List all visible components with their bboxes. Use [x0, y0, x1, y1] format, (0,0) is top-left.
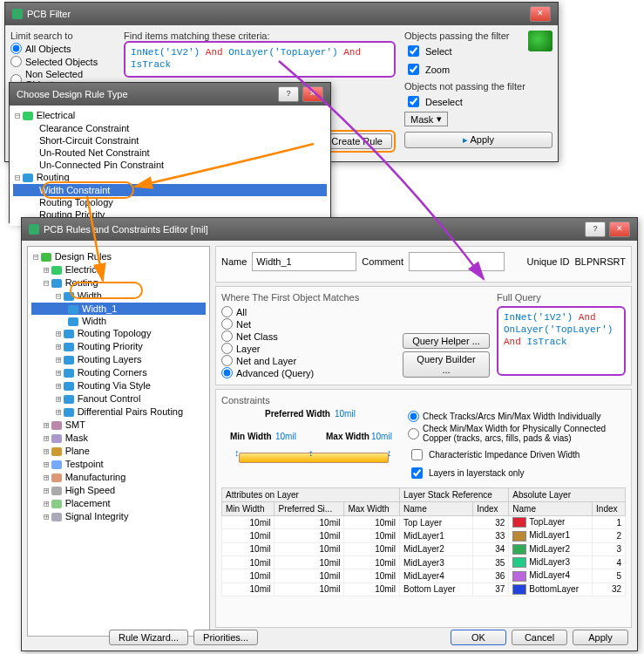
comment-label: Comment [362, 256, 403, 267]
tree-mask[interactable]: Mask [65, 433, 88, 443]
zoom-checkbox[interactable] [408, 64, 419, 75]
cancel-button[interactable]: Cancel [512, 630, 567, 645]
deselect-chk-label: Deselect [425, 97, 463, 107]
rules-tree[interactable]: ⊟Design Rules ⊞Electrical ⊟Routing ⊟Widt… [27, 246, 210, 637]
q3: OnLayer('TopLayer') [223, 47, 344, 58]
editor-title: PCB Rules and Constraints Editor [mil] [44, 224, 208, 235]
tree-fc[interactable]: Fanout Control [78, 393, 141, 404]
select-checkbox[interactable] [408, 45, 419, 57]
tree-si[interactable]: Signal Integrity [65, 511, 129, 521]
match-netlayer[interactable] [221, 355, 233, 366]
th-idx2[interactable]: Index [593, 502, 626, 516]
tree-rl[interactable]: Routing Layers [78, 354, 142, 364]
ruletype-titlebar[interactable]: Choose Design Rule Type ? ✕ [10, 83, 330, 106]
tree-widthnode[interactable]: Width [82, 316, 106, 326]
table-row[interactable]: 10mil10mil10milMidLayer133MidLayer12 [222, 529, 626, 542]
table-row[interactable]: 10mil10mil10milTop Layer32TopLayer1 [222, 516, 626, 529]
q5: IsTrack [131, 59, 171, 70]
fullquery-box[interactable]: InNet('1V2') And OnLayer('TopLayer')And … [497, 306, 626, 376]
match-netclass[interactable] [221, 330, 233, 342]
pcbfilter-titlebar[interactable]: PCB Filter ✕ [5, 3, 558, 25]
minwidth-label: Min Width [230, 432, 272, 441]
mask-dropdown[interactable]: Mask▾ [404, 112, 448, 126]
check-individually[interactable] [408, 411, 419, 422]
radio-selected-objects[interactable] [10, 56, 22, 67]
th-min[interactable]: Min Width [222, 502, 275, 516]
help-icon[interactable]: ? [278, 86, 299, 102]
radio-all-objects[interactable] [10, 43, 22, 54]
tree-rt[interactable]: Routing Topology [78, 328, 152, 338]
limit-label: Limit search to [10, 31, 115, 41]
match-advanced[interactable] [221, 367, 233, 378]
minwidth-val[interactable]: 10mil [275, 432, 296, 441]
pcbfilter-title: PCB Filter [27, 9, 71, 19]
tree-placement[interactable]: Placement [65, 498, 111, 508]
constraints-label: Constraints [221, 395, 626, 405]
tree-width1[interactable]: Width_1 [82, 303, 117, 314]
editor-titlebar[interactable]: PCB Rules and Constraints Editor [mil] ?… [22, 218, 637, 241]
tree-item[interactable]: Clearance Constraint [13, 122, 327, 134]
rule-wizard-button[interactable]: Rule Wizard... [109, 630, 188, 645]
c2: Check Min/Max Width for Physically Conne… [423, 424, 626, 443]
filter-query-box[interactable]: InNet('1V2') And OnLayer('TopLayer') And… [124, 41, 396, 78]
tree-root[interactable]: Design Rules [55, 251, 112, 262]
apply-button[interactable]: Apply [573, 630, 628, 645]
table-row[interactable]: 10mil10mil10milMidLayer436MidLayer45 [222, 569, 626, 582]
where-label: Where The First Object Matches [221, 292, 396, 303]
layerstack-checkbox[interactable] [411, 467, 423, 479]
th-name2[interactable]: Name [509, 502, 593, 516]
tree-electrical[interactable]: ⊟Electrical [13, 109, 327, 122]
table-row[interactable]: 10mil10mil10milBottom Layer37BottomLayer… [222, 582, 626, 596]
query-helper-button[interactable]: Query Helper ... [403, 333, 490, 349]
prefwidth-val[interactable]: 10mil [335, 409, 356, 419]
name-input[interactable] [252, 252, 356, 271]
tree-plane[interactable]: Plane [65, 446, 90, 456]
m-adv: Advanced (Query) [236, 368, 314, 378]
tree-testpoint[interactable]: Testpoint [65, 459, 104, 469]
tree-item[interactable]: Un-Connected Pin Constraint [13, 159, 327, 171]
tree-smt[interactable]: SMT [65, 419, 85, 430]
pcb-icon [528, 31, 552, 51]
impedance-checkbox[interactable] [411, 449, 423, 460]
tree-item[interactable]: Short-Circuit Constraint [13, 134, 327, 146]
tree-rc[interactable]: Routing Corners [78, 367, 147, 378]
th-pref[interactable]: Preferred Si... [275, 502, 344, 516]
priorities-button[interactable]: Priorities... [193, 630, 258, 645]
close-icon[interactable]: ✕ [530, 6, 551, 22]
ok-button[interactable]: OK [451, 630, 506, 645]
th-idx[interactable]: Index [473, 502, 509, 516]
table-row[interactable]: 10mil10mil10milMidLayer335MidLayer34 [222, 556, 626, 569]
tree-item[interactable]: Un-Routed Net Constraint [13, 146, 327, 159]
close-icon[interactable]: ✕ [609, 221, 630, 237]
apply-button[interactable]: ▸ Apply [404, 132, 552, 148]
app-icon [12, 9, 23, 19]
tree-dp[interactable]: Differential Pairs Routing [78, 406, 183, 417]
check-connected[interactable] [408, 428, 419, 439]
match-layer[interactable] [221, 343, 233, 354]
maxwidth-label: Max Width [326, 432, 369, 441]
match-all[interactable] [221, 306, 233, 317]
radio-selected-objects-label: Selected Objects [25, 57, 98, 67]
th-name[interactable]: Name [400, 502, 473, 516]
close-icon[interactable]: ✕ [302, 86, 323, 102]
th-max[interactable]: Max Width [344, 502, 400, 516]
match-net[interactable] [221, 318, 233, 330]
comment-input[interactable] [409, 252, 505, 271]
help-icon[interactable]: ? [585, 221, 606, 237]
maxwidth-val[interactable]: 10mil [371, 432, 392, 441]
t-i0: Clearance Constraint [39, 123, 129, 133]
tree-manufacturing[interactable]: Manufacturing [65, 472, 126, 482]
tree-electrical[interactable]: Electrical [65, 264, 105, 275]
query-builder-button[interactable]: Query Builder ... [403, 351, 490, 378]
deselect-checkbox[interactable] [408, 96, 419, 107]
fq4: And [504, 337, 521, 347]
table-row[interactable]: 10mil10mil10milMidLayer234MidLayer23 [222, 542, 626, 555]
layer-table[interactable]: Attributes on Layer Layer Stack Referenc… [221, 487, 626, 596]
tree-rvs[interactable]: Routing Via Style [78, 380, 151, 391]
apply-label: Apply [470, 134, 494, 145]
tree-rp[interactable]: Routing Priority [78, 341, 143, 351]
create-rule-button[interactable]: Create Rule [322, 133, 392, 149]
t-i2: Un-Routed Net Constraint [39, 147, 150, 158]
app-icon [29, 224, 39, 235]
tree-highspeed[interactable]: High Speed [65, 485, 116, 495]
